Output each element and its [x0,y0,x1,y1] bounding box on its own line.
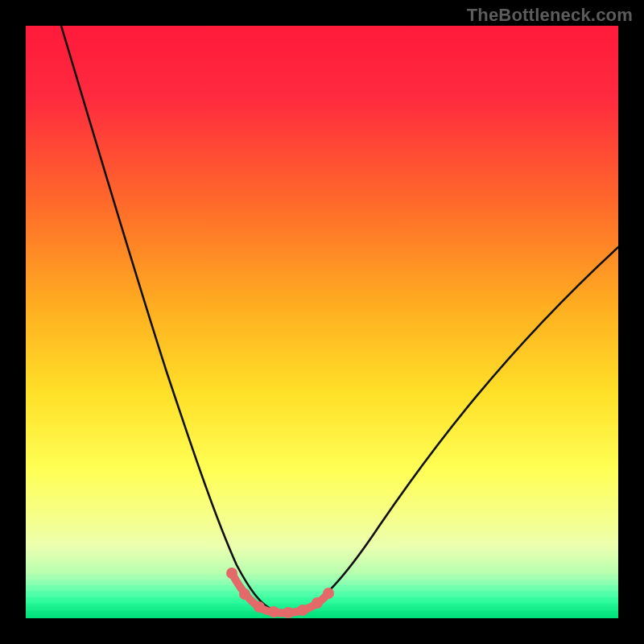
marker-dot [312,597,323,609]
marker-dot [323,588,334,599]
marker-dot [283,607,294,618]
bottom-bands [26,568,618,618]
watermark-label: TheBottleneck.com [467,5,633,26]
svg-rect-2 [26,580,618,585]
marker-dot [254,601,265,613]
bottleneck-chart [26,26,618,618]
marker-dot [239,588,250,600]
svg-rect-7 [26,611,618,618]
app-frame: TheBottleneck.com [0,0,644,644]
chart-canvas [26,26,618,618]
marker-dot [226,568,237,579]
plot-background [26,26,618,618]
svg-rect-0 [26,568,618,574]
svg-rect-3 [26,585,618,591]
marker-dot [268,606,279,617]
svg-rect-1 [26,574,618,580]
marker-dot [297,605,308,616]
